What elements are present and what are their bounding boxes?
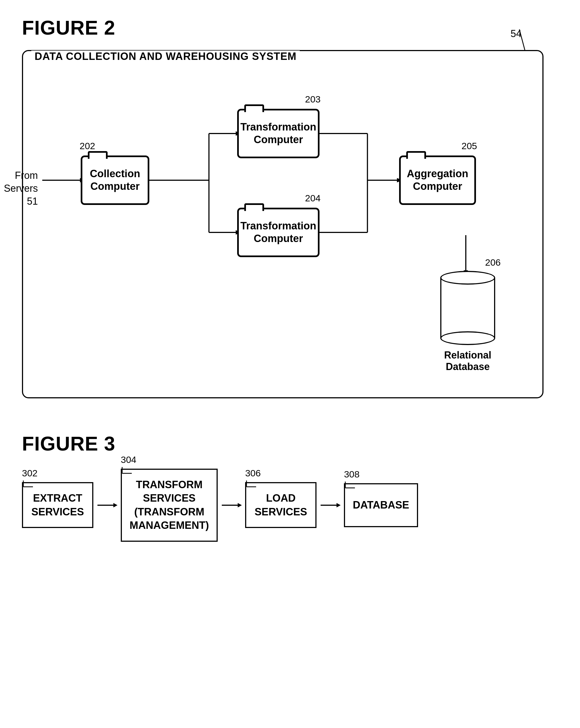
- svg-line-0: [519, 29, 525, 50]
- arrow-1-svg: [96, 500, 118, 511]
- fig2-diagram: From Servers 51: [39, 79, 526, 375]
- svg-marker-21: [113, 503, 117, 508]
- figure3-title: FIGURE 3: [22, 433, 558, 455]
- from-servers-label: From Servers 51: [4, 169, 38, 208]
- arrow-3-svg: [319, 500, 341, 511]
- transformation-computer-1-label: Transformation Computer: [241, 121, 316, 146]
- transform-services-wrapper: 304 TRANSFORM SERVICES (TRANSFORM MANAGE…: [121, 469, 218, 542]
- ref-203: 203: [305, 94, 321, 105]
- db-body: [440, 278, 495, 338]
- aggregation-computer-box: 205 Aggregation Computer: [399, 155, 476, 205]
- db-top: [440, 271, 495, 285]
- database-wrapper: 308 DATABASE: [344, 483, 418, 527]
- database-label: Relational Database: [444, 349, 491, 372]
- ref-206: 206: [485, 257, 501, 268]
- extract-services-wrapper: 302 EXTRACT SERVICES: [22, 482, 93, 528]
- load-services-wrapper: 306 LOAD SERVICES: [245, 482, 316, 528]
- transformation-computer-1-box: 203 Transformation Computer: [237, 109, 320, 158]
- database-box: DATABASE: [344, 483, 418, 527]
- svg-marker-25: [238, 503, 242, 508]
- ref-54-arrow: [511, 29, 528, 51]
- arrow-3: [319, 500, 341, 511]
- ref-205: 205: [462, 141, 477, 151]
- relational-database-cylinder: 206 Relational Database: [440, 271, 495, 372]
- collection-computer-box: 202 Collection Computer: [81, 155, 149, 205]
- arrow-1: [96, 500, 118, 511]
- arrow-2-svg: [220, 500, 242, 511]
- transformation-computer-2-box: 204 Transformation Computer: [237, 208, 320, 257]
- db-bottom: [440, 331, 495, 345]
- collection-computer-label: Collection Computer: [90, 167, 140, 192]
- system-label: DATA COLLECTION AND WAREHOUSING SYSTEM: [31, 51, 300, 62]
- arrow-2: [220, 500, 242, 511]
- ref-202: 202: [80, 141, 95, 151]
- system-box: DATA COLLECTION AND WAREHOUSING SYSTEM F…: [22, 50, 544, 398]
- ref-204: 204: [305, 193, 321, 204]
- extract-services-box: EXTRACT SERVICES: [22, 482, 93, 528]
- figure2-title: FIGURE 2: [22, 17, 558, 39]
- figure3-section: FIGURE 3 302 EXTRACT SERVICES: [22, 433, 558, 542]
- figure2-section: FIGURE 2 54 DATA COLLECTION AND WAREHOUS…: [22, 17, 558, 399]
- svg-marker-29: [336, 503, 341, 508]
- transformation-computer-2-label: Transformation Computer: [241, 220, 316, 245]
- load-services-box: LOAD SERVICES: [245, 482, 316, 528]
- fig3-diagram: 302 EXTRACT SERVICES 304: [22, 469, 558, 542]
- transform-services-box: TRANSFORM SERVICES (TRANSFORM MANAGEMENT…: [121, 469, 218, 542]
- aggregation-computer-label: Aggregation Computer: [407, 167, 468, 192]
